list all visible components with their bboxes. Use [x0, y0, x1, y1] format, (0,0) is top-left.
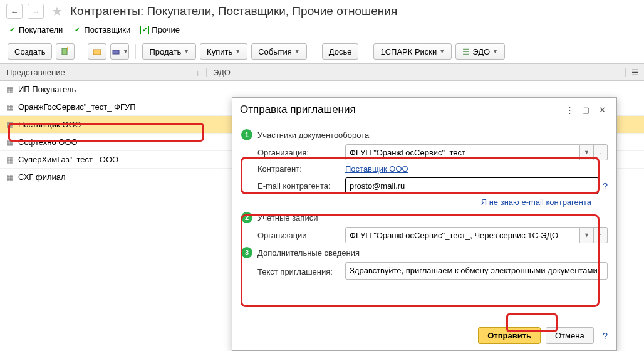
dropdown-icon[interactable]: ▼ — [580, 227, 594, 243]
table-icon: ▦ — [6, 85, 13, 94]
star-icon[interactable]: ★ — [51, 4, 63, 19]
dossier-button[interactable]: Досье — [322, 43, 359, 60]
table-icon: ▦ — [6, 155, 13, 164]
create-copy-button[interactable]: + — [56, 43, 75, 60]
table-icon: ▦ — [6, 120, 13, 129]
accounts-label: Организации: — [257, 231, 345, 240]
check-icon: ✓ — [73, 26, 81, 34]
table-icon: ▦ — [6, 138, 13, 147]
events-button[interactable]: События▼ — [251, 43, 307, 60]
no-email-link[interactable]: Я не знаю e-mail контрагента — [481, 197, 591, 207]
svg-rect-2 — [93, 50, 101, 55]
print-button[interactable]: ▼ — [110, 43, 129, 60]
page-title: Контрагенты: Покупатели, Поставщики, Про… — [70, 4, 397, 18]
check-buyers[interactable]: ✓Покупатели — [8, 25, 63, 34]
section3-title: Дополнительные сведения — [257, 248, 360, 258]
maximize-icon[interactable]: ▢ — [579, 103, 593, 117]
nav-forward-button[interactable]: → — [28, 4, 44, 19]
invitation-textarea[interactable] — [345, 262, 608, 280]
nav-back-button[interactable]: ← — [6, 4, 23, 19]
dropdown-icon[interactable]: ▼ — [580, 144, 594, 160]
check-suppliers[interactable]: ✓Поставщики — [73, 25, 130, 34]
spark-button[interactable]: 1СПАРК Риски▼ — [373, 43, 452, 60]
contractor-link[interactable]: Поставщик ООО — [345, 164, 408, 174]
filter-checks: ✓Покупатели ✓Поставщики ✓Прочие — [0, 23, 644, 39]
step-3-badge: 3 — [241, 247, 252, 258]
check-other[interactable]: ✓Прочие — [140, 25, 180, 34]
accounts-combo[interactable]: ▼ ▫ — [345, 227, 608, 243]
svg-text:+: + — [65, 47, 70, 53]
email-label: E-mail контрагента: — [257, 181, 345, 191]
open-icon[interactable]: ▫ — [594, 227, 608, 243]
col-name[interactable]: Представление↓ — [0, 68, 207, 77]
help-icon[interactable]: ? — [603, 181, 608, 191]
accounts-input[interactable] — [345, 227, 580, 243]
send-button[interactable]: Отправить — [478, 327, 541, 344]
buy-button[interactable]: Купить▼ — [200, 43, 247, 60]
close-icon[interactable]: ✕ — [595, 103, 609, 117]
help-icon[interactable]: ? — [603, 330, 608, 341]
list-mode-button[interactable]: ☰ — [625, 68, 644, 77]
org-input[interactable] — [345, 144, 580, 160]
email-input[interactable] — [345, 177, 599, 194]
step-1-badge: 1 — [241, 129, 252, 140]
cancel-button[interactable]: Отмена — [546, 327, 594, 344]
edo-icon: ☰ — [462, 47, 470, 56]
org-combo[interactable]: ▼ ▫ — [345, 144, 608, 160]
org-label: Организация: — [257, 148, 345, 157]
toolbar: Создать + ▼ Продать▼ Купить▼ События▼ До… — [0, 39, 644, 63]
table-row[interactable]: ▦ИП Покупатель — [0, 81, 644, 98]
table-header: Представление↓ ЭДО ☰ — [0, 63, 644, 81]
col-edo[interactable]: ЭДО — [207, 68, 625, 77]
dialog-title: Отправка приглашения — [240, 103, 560, 116]
invite-dialog: Отправка приглашения ⋮ ▢ ✕ 1Участники до… — [232, 97, 617, 351]
table-icon: ▦ — [6, 173, 13, 182]
contr-label: Контрагент: — [257, 164, 345, 174]
edo-button[interactable]: ☰ЭДО▼ — [455, 43, 505, 60]
folder-button[interactable] — [88, 43, 106, 60]
text-label: Текст приглашения: — [257, 267, 345, 276]
sell-button[interactable]: Продать▼ — [142, 43, 196, 60]
create-button[interactable]: Создать — [8, 43, 52, 60]
section1-title: Участники документооборота — [257, 130, 369, 140]
check-icon: ✓ — [140, 26, 149, 34]
check-icon: ✓ — [8, 26, 16, 34]
section2-title: Учетные записи — [257, 213, 318, 223]
table-icon: ▦ — [6, 103, 13, 112]
open-icon[interactable]: ▫ — [594, 144, 608, 160]
more-icon[interactable]: ⋮ — [563, 103, 576, 117]
svg-rect-3 — [113, 50, 119, 54]
step-2-badge: 2 — [241, 212, 252, 223]
